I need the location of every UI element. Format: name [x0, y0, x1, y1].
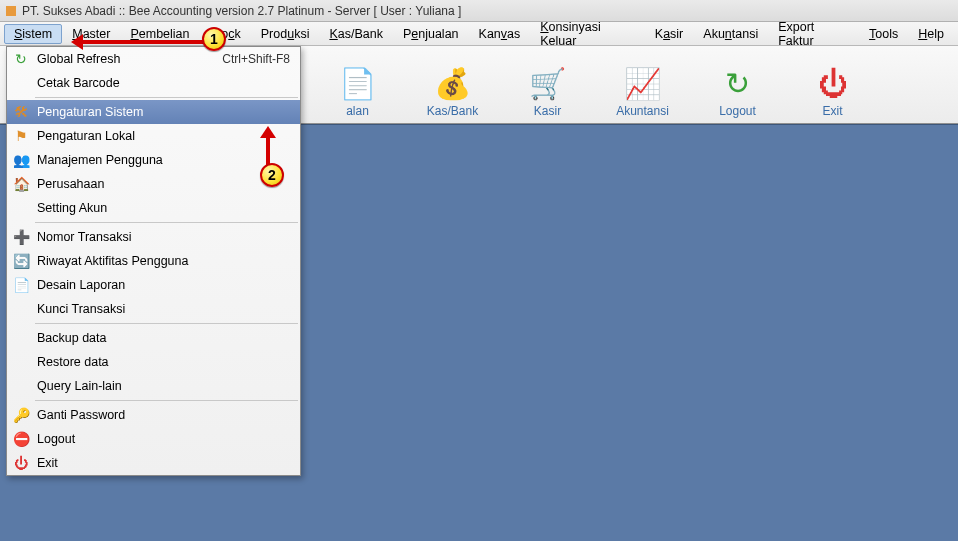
annotation-arrow-1 — [75, 40, 215, 44]
menu-item-label: Desain Laporan — [37, 278, 290, 292]
kasbank-icon: 💰 — [433, 64, 473, 104]
window-title: PT. Sukses Abadi :: Bee Accounting versi… — [22, 4, 461, 18]
menu-item-label: Riwayat Aktifitas Pengguna — [37, 254, 290, 268]
menu-separator — [35, 97, 298, 98]
blank-icon — [11, 73, 31, 93]
desain-laporan-icon: 📄 — [11, 275, 31, 295]
menu-item-kunci-transaksi[interactable]: Kunci Transaksi — [7, 297, 300, 321]
exit-icon: ⏻ — [11, 453, 31, 473]
menu-sistem[interactable]: Sistem — [4, 24, 62, 44]
menu-item-exit[interactable]: ⏻Exit — [7, 451, 300, 475]
menu-item-logout[interactable]: ⛔Logout — [7, 427, 300, 451]
menu-item-label: Pengaturan Sistem — [37, 105, 290, 119]
blank-icon — [11, 352, 31, 372]
menu-penjualan[interactable]: Penjualan — [393, 24, 469, 44]
toolbar-exit-button[interactable]: ⏻Exit — [795, 52, 870, 118]
menu-konsinyasikeluar[interactable]: Konsinyasi Keluar — [530, 17, 645, 51]
toolbar-label: Akuntansi — [616, 104, 669, 118]
menu-kasbank[interactable]: Kas/Bank — [319, 24, 393, 44]
ganti-password-icon: 🔑 — [11, 405, 31, 425]
menu-item-label: Restore data — [37, 355, 290, 369]
menu-exportfaktur[interactable]: Export Faktur — [768, 17, 859, 51]
pengaturan-sistem-icon: 🛠 — [11, 102, 31, 122]
toolbar-logout-button[interactable]: ↻Logout — [700, 52, 775, 118]
menu-item-accel: Ctrl+Shift-F8 — [222, 52, 290, 66]
menu-item-nomor-transaksi[interactable]: ➕Nomor Transaksi — [7, 225, 300, 249]
riwayat-aktifitas-pengguna-icon: 🔄 — [11, 251, 31, 271]
toolbar-label: Exit — [822, 104, 842, 118]
menu-tools[interactable]: Tools — [859, 24, 908, 44]
sistem-dropdown: ↻Global RefreshCtrl+Shift-F8Cetak Barcod… — [6, 46, 301, 476]
menu-item-pengaturan-lokal[interactable]: ⚑Pengaturan Lokal — [7, 124, 300, 148]
menu-item-pengaturan-sistem[interactable]: 🛠Pengaturan Sistem — [7, 100, 300, 124]
menu-item-label: Pengaturan Lokal — [37, 129, 290, 143]
app-icon — [6, 6, 16, 16]
menu-item-label: Ganti Password — [37, 408, 290, 422]
menu-item-desain-laporan[interactable]: 📄Desain Laporan — [7, 273, 300, 297]
toolbar-kasbank-button[interactable]: 💰Kas/Bank — [415, 52, 490, 118]
menu-help[interactable]: Help — [908, 24, 954, 44]
exit-icon: ⏻ — [813, 64, 853, 104]
menu-item-ganti-password[interactable]: 🔑Ganti Password — [7, 403, 300, 427]
logout-icon: ↻ — [718, 64, 758, 104]
akuntansi-icon: 📈 — [623, 64, 663, 104]
menu-item-label: Nomor Transaksi — [37, 230, 290, 244]
toolbar-label: Kas/Bank — [427, 104, 478, 118]
menu-item-label: Query Lain-lain — [37, 379, 290, 393]
menu-item-restore-data[interactable]: Restore data — [7, 350, 300, 374]
toolbar-label: Kasir — [534, 104, 561, 118]
menu-kanvas[interactable]: Kanvas — [469, 24, 531, 44]
kasir-icon: 🛒 — [528, 64, 568, 104]
perusahaan-icon: 🏠 — [11, 174, 31, 194]
menu-item-setting-akun[interactable]: Setting Akun — [7, 196, 300, 220]
menu-item-label: Setting Akun — [37, 201, 290, 215]
menu-item-riwayat-aktifitas-pengguna[interactable]: 🔄Riwayat Aktifitas Pengguna — [7, 249, 300, 273]
menu-item-label: Backup data — [37, 331, 290, 345]
annotation-marker-1: 1 — [202, 27, 226, 51]
menu-separator — [35, 400, 298, 401]
pengaturan-lokal-icon: ⚑ — [11, 126, 31, 146]
toolbar-label: Logout — [719, 104, 756, 118]
menu-item-label: Manajemen Pengguna — [37, 153, 290, 167]
blank-icon — [11, 376, 31, 396]
nomor-transaksi-icon: ➕ — [11, 227, 31, 247]
toolbar-penjualan-button[interactable]: 📄alan — [320, 52, 395, 118]
menu-item-global-refresh[interactable]: ↻Global RefreshCtrl+Shift-F8 — [7, 47, 300, 71]
menu-item-label: Exit — [37, 456, 290, 470]
menu-item-label: Perusahaan — [37, 177, 290, 191]
global-refresh-icon: ↻ — [11, 49, 31, 69]
menu-kasir[interactable]: Kasir — [645, 24, 694, 44]
menu-item-query-lain-lain[interactable]: Query Lain-lain — [7, 374, 300, 398]
menu-produksi[interactable]: Produksi — [251, 24, 320, 44]
menu-item-label: Logout — [37, 432, 290, 446]
toolbar-kasir-button[interactable]: 🛒Kasir — [510, 52, 585, 118]
menu-item-backup-data[interactable]: Backup data — [7, 326, 300, 350]
menu-item-label: Global Refresh — [37, 52, 222, 66]
menu-item-label: Cetak Barcode — [37, 76, 290, 90]
logout-icon: ⛔ — [11, 429, 31, 449]
blank-icon — [11, 299, 31, 319]
menu-separator — [35, 323, 298, 324]
manajemen-pengguna-icon: 👥 — [11, 150, 31, 170]
toolbar-label: alan — [346, 104, 369, 118]
toolbar-akuntansi-button[interactable]: 📈Akuntansi — [605, 52, 680, 118]
menu-item-perusahaan[interactable]: 🏠Perusahaan — [7, 172, 300, 196]
menu-item-label: Kunci Transaksi — [37, 302, 290, 316]
blank-icon — [11, 198, 31, 218]
menu-item-cetak-barcode[interactable]: Cetak Barcode — [7, 71, 300, 95]
menu-item-manajemen-pengguna[interactable]: 👥Manajemen Pengguna — [7, 148, 300, 172]
menu-akuntansi[interactable]: Akuntansi — [693, 24, 768, 44]
blank-icon — [11, 328, 31, 348]
penjualan-icon: 📄 — [338, 64, 378, 104]
annotation-marker-2: 2 — [260, 163, 284, 187]
menu-separator — [35, 222, 298, 223]
